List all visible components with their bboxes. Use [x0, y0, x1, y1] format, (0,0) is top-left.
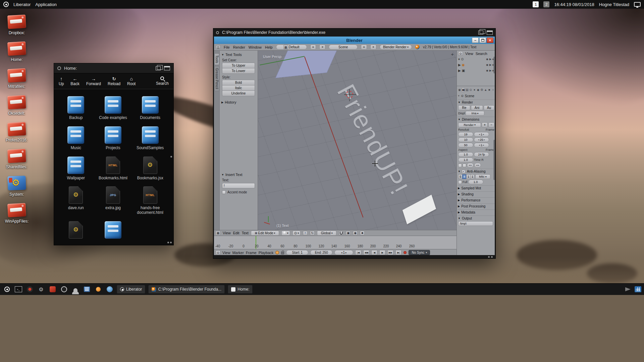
layout-delete-button[interactable]: ×: [319, 45, 325, 50]
resize-grip-dot[interactable]: [167, 242, 169, 243]
antialiasing-checkbox[interactable]: ✓: [462, 170, 466, 173]
resize-grip-dot[interactable]: [488, 256, 490, 258]
friend-menu-icon[interactable]: [3, 285, 11, 294]
snap-magnet-icon[interactable]: [339, 231, 343, 235]
file-item-documents[interactable]: Documents: [132, 96, 168, 120]
tab-tools[interactable]: Tools: [214, 53, 219, 65]
file-item-partial-1[interactable]: ⚙: [58, 221, 94, 239]
desktop-icon-home[interactable]: Home:: [2, 42, 32, 62]
workspace-2-badge[interactable]: 2: [543, 1, 549, 7]
menu-window[interactable]: Window: [249, 45, 262, 49]
stepper-right-icon[interactable]: ▸: [484, 138, 485, 141]
task-blender[interactable]: C:\Program Files\Blender Founda...: [148, 285, 225, 294]
to-lower-button[interactable]: To Lower: [222, 68, 255, 74]
tab-render-icon[interactable]: ◉: [458, 87, 461, 92]
up-button[interactable]: ↑Up: [59, 76, 64, 86]
timeline-menu-playback[interactable]: Playback: [259, 251, 274, 255]
stepper-left-icon[interactable]: ◂: [469, 164, 470, 167]
tab-constraints-icon[interactable]: ◆: [476, 87, 480, 92]
frame-end-field[interactable]: ◂25▸: [474, 137, 489, 142]
underline-button[interactable]: Underline: [222, 90, 255, 96]
text-tools-panel-header[interactable]: ▼Text Tools: [221, 53, 256, 57]
file-item-dave-run[interactable]: ⚙dave.run: [58, 186, 94, 215]
scene-add-button[interactable]: +: [361, 45, 367, 50]
wine-titlebar[interactable]: Blender – ×: [214, 37, 495, 44]
desktop-icon-profes2016[interactable]: Profes2016:: [2, 122, 32, 142]
resolution-percentage-slider[interactable]: 50: [458, 143, 473, 147]
render-still-icon[interactable]: ■: [360, 231, 365, 235]
output-path-field[interactable]: /tmp\: [458, 221, 493, 226]
properties-scrollbar[interactable]: [493, 140, 495, 180]
render-audio-button[interactable]: Au: [484, 105, 494, 110]
workspace-1-badge[interactable]: 1: [533, 1, 539, 7]
desktop-icon-mitrafiles[interactable]: Mitrafiles:: [2, 69, 32, 89]
timeline-menu-marker[interactable]: Marker: [232, 251, 244, 255]
play-reverse-button[interactable]: ◀: [371, 250, 377, 255]
outliner-menu-search[interactable]: Search: [476, 52, 487, 56]
info-editor-icon[interactable]: [216, 45, 220, 49]
menu-render[interactable]: Render: [233, 45, 245, 49]
outliner-row-object[interactable]: ▶ ◉ ◉▶■: [457, 62, 495, 68]
tab-scene-icon[interactable]: ▦: [462, 87, 465, 92]
timeline-menu-frame[interactable]: Frame: [246, 251, 257, 255]
wine-minimize-button[interactable]: –: [472, 38, 479, 43]
sampled-motion-panel-header[interactable]: ▶Sampled Mot: [458, 185, 495, 190]
expand-icon[interactable]: ▶: [458, 63, 461, 67]
minimize-window-icon[interactable]: [487, 31, 493, 35]
render-panel-header[interactable]: ▼Render: [458, 100, 495, 105]
layout-add-button[interactable]: +: [310, 45, 316, 50]
timeline-menu-view[interactable]: View: [222, 251, 230, 255]
expand-icon[interactable]: ▶: [458, 69, 461, 72]
desktop-icon-sharedfiles[interactable]: Sharedfiles:: [2, 149, 32, 169]
share-tray-icon[interactable]: [625, 287, 631, 291]
stepper-right-icon[interactable]: ▸: [345, 251, 347, 254]
file-item-projects[interactable]: Projects: [95, 126, 131, 150]
aa-samples-16[interactable]: 1: [470, 174, 475, 179]
tab-data-icon[interactable]: ▲: [484, 87, 487, 92]
render-preset-selector[interactable]: Render▾: [458, 123, 481, 127]
search-button[interactable]: Search: [156, 76, 169, 86]
play-button[interactable]: ▶: [379, 250, 385, 255]
to-upper-button[interactable]: To Upper: [222, 63, 255, 68]
jump-to-end-button[interactable]: ▶|: [395, 250, 401, 255]
filter-size-field[interactable]: 1.0: [468, 180, 483, 184]
select-icon[interactable]: ▶: [489, 63, 491, 66]
full-sample-checkbox[interactable]: [458, 180, 462, 184]
cursor-3d[interactable]: [346, 91, 353, 98]
accent-mode-row[interactable]: Accent mode: [222, 190, 255, 194]
stepper-right-icon[interactable]: ▸: [478, 164, 479, 167]
stepper-right-icon[interactable]: ▸: [483, 133, 484, 136]
desktop-icon-dropbox[interactable]: Dropbox:: [2, 15, 32, 35]
expand-icon[interactable]: ▾: [458, 57, 460, 61]
viewport-menu-text[interactable]: Text: [242, 231, 249, 235]
viewport-menu-view[interactable]: View: [223, 231, 231, 235]
performance-panel-header[interactable]: ▶Performance: [458, 197, 495, 202]
history-panel-header[interactable]: ▶History: [221, 100, 256, 104]
outliner-row-lamp[interactable]: ▶ ▣ ◉▶■: [457, 68, 495, 73]
aspect-x-field[interactable]: 1.0: [458, 152, 473, 157]
file-item-backup[interactable]: Backup: [58, 96, 94, 120]
time-old-field[interactable]: ◂▸: [467, 163, 474, 168]
resize-grip-dot[interactable]: [170, 242, 172, 243]
render-engine-selector[interactable]: Blender Render▾: [380, 45, 412, 50]
root-button[interactable]: ⌂Root: [127, 76, 136, 86]
render-opengl-icon[interactable]: ◉: [353, 231, 358, 235]
app-launcher-icon-8[interactable]: [105, 285, 114, 294]
tab-object-icon[interactable]: ●: [473, 87, 476, 92]
record-button[interactable]: [404, 251, 407, 254]
manipulator-rotate-icon[interactable]: ↻: [310, 231, 315, 235]
scene-delete-button[interactable]: ×: [370, 45, 376, 50]
file-item-wallpaper[interactable]: Wallpaper: [58, 157, 94, 181]
back-button[interactable]: ←Back: [70, 76, 79, 86]
file-item-music[interactable]: Music: [58, 126, 94, 150]
mode-selector[interactable]: ▣Edit Mode▾: [251, 231, 279, 236]
frame-start-field[interactable]: Start:1: [286, 250, 308, 255]
display-icon[interactable]: [634, 2, 641, 7]
window-menu-icon[interactable]: [57, 66, 61, 70]
fps-selector[interactable]: 24 fp: [474, 152, 489, 157]
file-item-bookmarks-jsx[interactable]: ⚙Bookmarks.jsx: [132, 157, 168, 181]
timeline-editor-icon[interactable]: ⊙: [216, 250, 220, 255]
shading-selector[interactable]: ▾: [281, 231, 290, 236]
outliner-menu-view[interactable]: View: [465, 52, 473, 56]
stepper-left-icon[interactable]: ◂: [476, 164, 477, 167]
